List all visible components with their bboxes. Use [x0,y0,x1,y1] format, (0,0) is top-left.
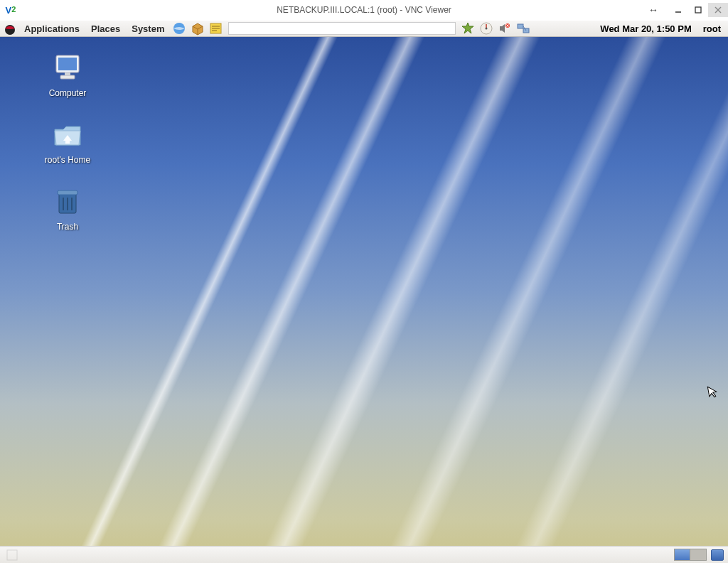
network-icon[interactable] [515,21,531,36]
desktop-icon-label: Trash [57,222,78,232]
workspace-1[interactable] [675,549,690,560]
browser-launcher-icon[interactable] [171,21,187,36]
show-desktop-button[interactable] [4,547,20,563]
fullscreen-icon[interactable]: ↔ [648,4,658,16]
svg-rect-29 [7,550,17,560]
window-title: NETBACKUP.III.LOCAL:1 (root) - VNC Viewe… [277,5,451,15]
trash-applet-icon[interactable] [711,549,724,561]
desktop-icon-computer[interactable]: Computer [36,51,100,98]
svg-rect-1 [695,7,701,13]
system-menu[interactable]: System [127,23,168,34]
cpu-monitor-icon[interactable] [478,21,494,36]
window-controls: ↔ [648,3,728,17]
desktop[interactable]: Computer root's Home [0,37,728,546]
svg-rect-17 [518,24,523,28]
distro-logo-icon[interactable] [3,21,17,36]
close-button[interactable] [708,3,728,17]
user-menu[interactable]: root [699,23,725,34]
desktop-icon-label: root's Home [45,155,90,165]
desktop-icon-trash[interactable]: Trash [36,185,100,232]
desktop-icon-home[interactable]: root's Home [36,118,100,165]
trash-icon [50,185,85,219]
svg-marker-10 [462,23,473,33]
update-notifier-icon[interactable] [460,21,476,36]
svg-rect-23 [65,72,70,75]
vnc-host-titlebar: V2 NETBACKUP.III.LOCAL:1 (root) - VNC Vi… [0,0,728,20]
gnome-bottom-panel [0,546,728,563]
package-launcher-icon[interactable] [190,21,205,36]
svg-rect-21 [58,58,77,70]
places-menu[interactable]: Places [87,23,124,34]
applications-menu[interactable]: Applications [20,23,84,34]
notes-launcher-icon[interactable] [208,21,224,36]
computer-icon [50,51,85,85]
gnome-top-panel: Applications Places System Wed Mar 20, 1… [0,20,728,37]
vnc-logo-icon: V2 [3,2,18,18]
desktop-icon-label: Computer [49,88,87,98]
clock[interactable]: Wed Mar 20, 1:50 PM [596,23,695,34]
cursor-icon [707,384,719,402]
minimize-button[interactable] [668,3,688,17]
home-folder-icon [50,118,85,152]
svg-rect-22 [60,75,75,79]
svg-rect-25 [58,190,77,195]
desktop-icons-area: Computer root's Home [36,51,100,232]
workspace-switcher[interactable] [674,549,707,561]
workspace-2[interactable] [690,549,706,560]
volume-icon[interactable] [497,21,513,36]
deskbar-input[interactable] [228,22,456,35]
svg-point-13 [486,28,488,30]
maximize-button[interactable] [688,3,708,17]
